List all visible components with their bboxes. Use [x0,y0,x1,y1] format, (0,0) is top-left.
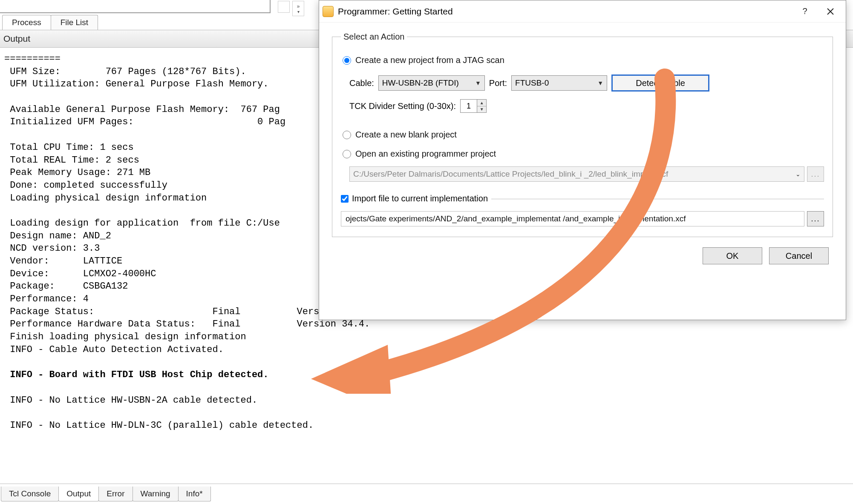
tck-spinbox-input[interactable] [461,100,477,112]
toolbar-remnant: »▾ [277,0,315,19]
partial-child-window-frame [0,0,271,13]
output-line: INFO - No Lattice HW-DLN-3C (parallel) c… [4,420,314,431]
radio-create-from-jtag[interactable]: Create a new project from a JTAG scan [343,55,824,65]
group-legend: Select an Action [341,32,407,42]
output-line: INFO - Board with FTDI USB Host Chip det… [4,369,269,380]
output-line: UFM Size: 767 Pages (128*767 Bits). [4,66,246,77]
existing-project-path-combo: C:/Users/Peter Dalmaris/Documents/Lattic… [349,166,804,182]
output-line: Package: CSBGA132 [4,281,128,292]
chevron-down-icon: ▼ [475,80,481,86]
port-combo-value: FTUSB-0 [515,78,549,88]
help-button[interactable]: ? [792,2,818,21]
radio-create-blank-label: Create a new blank project [355,130,457,140]
radio-open-existing-input[interactable] [343,150,351,158]
radio-create-blank-input[interactable] [343,131,351,139]
detect-cable-button[interactable]: Detect Cable [611,74,709,92]
output-line: INFO - Cable Auto Detection Activated. [4,344,224,355]
output-line: ========== [4,54,61,64]
dialog-title: Programmer: Getting Started [338,6,792,17]
radio-create-from-jtag-input[interactable] [343,56,351,65]
import-file-checkbox-input[interactable] [341,195,349,203]
select-action-group: Select an Action Create a new project fr… [332,32,833,237]
port-combo[interactable]: FTUSB-0 ▼ [511,75,607,91]
import-file-checkbox[interactable]: Import file to current implementation [341,194,491,203]
import-file-group: Import file to current implementation oj… [341,194,824,226]
chevron-down-icon: ▼ [597,80,603,86]
output-line: Initialized UFM Pages: 0 Pag [4,117,285,127]
output-line: Total CPU Time: 1 secs [4,142,139,153]
radio-create-blank[interactable]: Create a new blank project [343,130,824,140]
top-tabs: Process File List [2,14,98,30]
programmer-app-icon [323,6,334,17]
tck-label: TCK Divider Setting (0-30x): [349,101,456,111]
browse-existing-button: ... [807,166,824,182]
chevron-down-icon: ⌄ [795,171,801,178]
cable-combo-value: HW-USBN-2B (FTDI) [382,78,459,88]
close-icon [827,8,834,15]
radio-open-existing-label: Open an existing programmer project [355,149,496,159]
port-label: Port: [489,78,507,88]
output-line: Finish loading physical design informati… [4,332,246,342]
output-line: Loading design for application from file… [4,218,280,229]
tab-info[interactable]: Info* [178,487,211,501]
output-line: Total REAL Time: 2 secs [4,155,145,166]
output-line: Performance Hardware Data Status: Final … [4,319,370,329]
programmer-getting-started-dialog: Programmer: Getting Started ? Select an … [319,0,846,320]
dialog-titlebar: Programmer: Getting Started ? [319,0,846,23]
tab-error[interactable]: Error [98,487,133,501]
tab-file-list[interactable]: File List [51,15,98,30]
tab-warning[interactable]: Warning [133,487,179,501]
tab-output[interactable]: Output [58,487,99,501]
import-file-label: Import file to current implementation [352,194,488,203]
radio-create-from-jtag-label: Create a new project from a JTAG scan [355,55,504,65]
browse-import-button[interactable]: ... [807,211,824,226]
output-line: Design name: AND_2 [4,231,111,241]
output-line: Device: LCMXO2-4000HC [4,269,156,279]
tck-spinbox[interactable]: ▲ ▼ [460,99,487,113]
output-line: NCD version: 3.3 [4,243,100,254]
tab-tcl-console[interactable]: Tcl Console [1,487,59,501]
spin-up-icon[interactable]: ▲ [477,100,486,106]
toolbar-overflow-icon[interactable]: »▾ [292,1,304,16]
output-line: Available General Purpose Flash Memory: … [4,104,280,115]
tab-process[interactable]: Process [2,15,51,30]
spin-down-icon[interactable]: ▼ [477,106,486,113]
output-line: Package Status: Final Version 1.44. [4,306,370,317]
output-line: Done: completed successfully [4,180,167,191]
output-line: Loading physical design information [4,193,207,203]
output-line: Peak Memory Usage: 271 MB [4,167,150,178]
output-line: INFO - No Lattice HW-USBN-2A cable detec… [4,395,257,406]
output-line: UFM Utilization: General Purpose Flash M… [4,79,269,89]
close-button[interactable] [818,2,843,21]
toolbar-icon[interactable] [278,1,290,13]
existing-project-path-value: C:/Users/Peter Dalmaris/Documents/Lattic… [353,169,668,179]
output-line: Performance: 4 [4,294,89,304]
output-line: Vendor: LATTICE [4,256,122,266]
ok-button[interactable]: OK [703,247,762,264]
cable-combo[interactable]: HW-USBN-2B (FTDI) ▼ [378,75,485,91]
import-file-path[interactable]: ojects/Gate experiments/AND_2/and_exampl… [341,211,804,226]
cancel-button[interactable]: Cancel [769,247,829,264]
cable-label: Cable: [349,78,374,88]
bottom-tabs: Tcl Console Output Error Warning Info* [0,484,853,504]
radio-open-existing[interactable]: Open an existing programmer project [343,149,824,159]
